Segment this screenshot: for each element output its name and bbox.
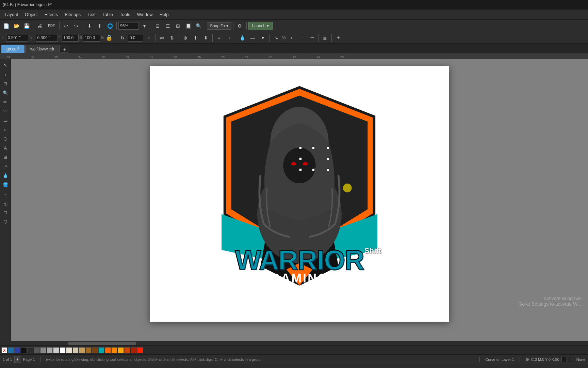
export-pdf-btn[interactable]: PDF xyxy=(45,21,58,30)
rect-tool[interactable]: ▭ xyxy=(1,116,10,125)
smartdraw-tool[interactable]: 〰 xyxy=(1,107,10,116)
width-pct-input[interactable] xyxy=(62,34,79,42)
h-scroll-thumb[interactable] xyxy=(68,342,136,345)
grid-btn[interactable]: ⊞ xyxy=(173,21,183,30)
menu-tools[interactable]: Tools xyxy=(116,11,133,18)
color-swatch-lightgray[interactable] xyxy=(40,347,46,353)
node-tool[interactable]: ⬦ xyxy=(1,70,10,79)
new-btn[interactable]: 📄 xyxy=(1,21,11,30)
align-btn[interactable]: ≡ xyxy=(214,33,224,42)
no-color-swatch[interactable]: X xyxy=(1,347,7,353)
export-btn[interactable]: ⬆ xyxy=(95,21,104,30)
add-btn[interactable]: + xyxy=(333,33,343,42)
freehand-tool[interactable]: ✏ xyxy=(1,97,10,106)
curve-minus-btn[interactable]: − xyxy=(297,33,306,42)
color-swatch-whitesmoke[interactable] xyxy=(53,347,59,353)
ellipse-tool[interactable]: ○ xyxy=(1,125,10,134)
color-swatch-blue1[interactable] xyxy=(8,347,14,353)
horizontal-scrollbar[interactable] xyxy=(0,341,588,346)
view-mode-btn[interactable]: ☰ xyxy=(163,21,173,30)
angle-btn[interactable]: ↻ xyxy=(118,33,127,42)
color-swatch-white[interactable] xyxy=(60,347,66,353)
polygon-tool[interactable]: ⬡ xyxy=(1,134,10,143)
zoom-input[interactable] xyxy=(118,22,139,30)
import-btn[interactable]: ⬇ xyxy=(85,21,94,30)
menu-layout[interactable]: Layout xyxy=(1,11,21,18)
color-swatch-darkred[interactable] xyxy=(131,347,137,353)
eyedropper-btn[interactable]: 💧 xyxy=(238,33,247,42)
to-front-btn[interactable]: ⬆ xyxy=(191,33,200,42)
open-btn[interactable]: 📂 xyxy=(12,21,21,30)
color-swatch-blue2[interactable] xyxy=(14,347,20,353)
fill-tool[interactable]: 🪣 xyxy=(1,180,10,189)
snap-to-button[interactable]: Snap To ▾ xyxy=(207,22,231,30)
menu-text[interactable]: Text xyxy=(84,11,99,18)
tab-add-button[interactable]: + xyxy=(61,46,68,53)
snap-btn[interactable]: 🔲 xyxy=(183,21,193,30)
fit-page-btn[interactable]: ⊡ xyxy=(153,21,162,30)
color-swatch-red[interactable] xyxy=(137,347,143,353)
menu-table[interactable]: Table xyxy=(99,11,116,18)
menu-object[interactable]: Object xyxy=(21,11,41,18)
color-swatch-gold2[interactable] xyxy=(85,347,92,353)
table-tool[interactable]: ⊞ xyxy=(1,153,10,162)
height-input[interactable] xyxy=(36,34,58,42)
color-swatch-silver[interactable] xyxy=(47,347,53,353)
color-swatch-gold1[interactable] xyxy=(79,347,85,353)
crop-tool[interactable]: ⊡ xyxy=(1,79,10,88)
zoom-dropdown[interactable]: ▾ xyxy=(140,21,149,30)
menu-bitmaps[interactable]: Bitmaps xyxy=(61,11,84,18)
flip-v-btn[interactable]: ⇅ xyxy=(167,33,177,42)
flip-h-btn[interactable]: ⇄ xyxy=(157,33,167,42)
text-tool[interactable]: A xyxy=(1,143,10,152)
options-btn[interactable]: ⚙ xyxy=(235,21,245,30)
color-swatch-tan[interactable] xyxy=(72,347,79,353)
color-swatch-cream[interactable] xyxy=(66,347,72,353)
line-dropdown-btn[interactable]: ▾ xyxy=(258,33,268,42)
select-tool[interactable]: ↖ xyxy=(1,61,10,70)
smear-tool[interactable]: ~ xyxy=(1,189,10,198)
angle-clear-btn[interactable]: ○ xyxy=(144,33,153,42)
width-input[interactable] xyxy=(6,34,28,42)
arrange-btn[interactable]: ⊕ xyxy=(181,33,190,42)
publish-btn[interactable]: 🌐 xyxy=(105,21,115,30)
to-back-btn[interactable]: ⬇ xyxy=(201,33,211,42)
add-page-btn[interactable]: + xyxy=(14,356,21,363)
launch-button[interactable]: Launch ▾ xyxy=(248,22,273,30)
zoom-tool[interactable]: 🔍 xyxy=(1,88,10,97)
curve-plus-btn[interactable]: + xyxy=(287,33,296,42)
tab-go-cdr[interactable]: go.cdr* xyxy=(1,45,24,53)
parallel-tool[interactable]: ⫡ xyxy=(1,162,10,171)
color-swatch-yellow[interactable] xyxy=(118,347,124,353)
angle-input[interactable] xyxy=(128,34,143,42)
height-pct-input[interactable] xyxy=(83,34,100,42)
color-swatch-darkgray[interactable] xyxy=(27,347,33,353)
color-swatch-darkorange[interactable] xyxy=(124,347,130,353)
shadow-tool[interactable]: ◱ xyxy=(1,199,10,208)
color-swatch-gray[interactable] xyxy=(34,347,40,353)
smooth-btn[interactable]: 〜 xyxy=(307,33,316,42)
color-swatch-black[interactable] xyxy=(21,347,27,353)
color-swatch-brown[interactable] xyxy=(92,347,98,353)
canvas-area[interactable]: WARRIOR GAMING WARRIOR xyxy=(11,59,588,341)
line-btn[interactable]: — xyxy=(248,33,258,42)
undo-btn[interactable]: ↩ xyxy=(61,21,71,30)
redo-btn[interactable]: ↪ xyxy=(71,21,81,30)
properties-btn[interactable]: ≣ xyxy=(320,33,330,42)
nodes-btn[interactable]: ⬦ xyxy=(225,33,234,42)
menu-effects[interactable]: Effects xyxy=(41,11,62,18)
tab-wolfdsww[interactable]: wolfdsww.cdr xyxy=(25,45,60,53)
lock-ratio-btn[interactable]: 🔒 xyxy=(104,33,114,42)
curve-btn[interactable]: ∿ xyxy=(272,33,281,42)
color-swatch-orange2[interactable] xyxy=(111,347,117,353)
save-btn[interactable]: 💾 xyxy=(22,21,31,30)
zoom-to-selection[interactable]: 🔍 xyxy=(194,21,203,30)
menu-window[interactable]: Window xyxy=(133,11,156,18)
color-swatch-orange1[interactable] xyxy=(105,347,111,353)
color-swatch-teal[interactable] xyxy=(98,347,104,353)
extrude-tool[interactable]: ⬡ xyxy=(1,217,10,226)
transparency-tool[interactable]: ◻ xyxy=(1,208,10,217)
print-btn[interactable]: 🖨 xyxy=(35,21,45,30)
menu-help[interactable]: Help xyxy=(156,11,172,18)
eyedropper-tool[interactable]: 💧 xyxy=(1,171,10,180)
